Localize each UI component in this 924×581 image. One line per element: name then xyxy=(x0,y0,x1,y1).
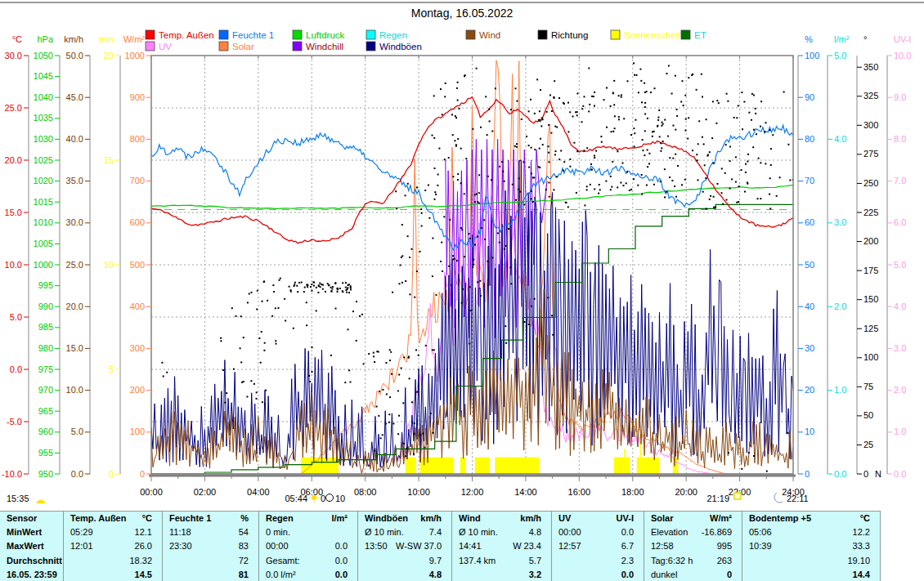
sensor-unit: km/h xyxy=(520,512,551,525)
stats-header-row: Windkm/h xyxy=(452,512,551,525)
direction-dot xyxy=(516,101,518,102)
direction-dot xyxy=(348,292,350,293)
direction-dot xyxy=(736,117,738,118)
stats-data-row: 11:1854 xyxy=(163,525,258,539)
direction-dot xyxy=(671,180,673,181)
direction-dot xyxy=(481,227,482,229)
direction-dot xyxy=(240,347,241,349)
direction-dot xyxy=(727,101,729,102)
direction-dot xyxy=(451,284,452,286)
legend-swatch xyxy=(366,42,375,51)
direction-dot xyxy=(319,283,321,284)
direction-dot xyxy=(285,320,286,322)
x-tick-label: 16:00 xyxy=(568,487,591,497)
stats-cell-value: 0.0 xyxy=(621,568,644,581)
stats-row-label-text: 16.05. 23:59 xyxy=(0,568,57,581)
stats-cell-label: Elevation xyxy=(644,525,688,539)
direction-dot xyxy=(428,217,430,219)
direction-dot xyxy=(402,402,404,404)
sunset-icon xyxy=(734,493,741,499)
direction-dot xyxy=(444,96,446,97)
direction-dot xyxy=(516,143,518,145)
direction-dot xyxy=(504,248,505,250)
stats-cell-label: 12:57 xyxy=(552,539,581,553)
direction-dot xyxy=(337,288,339,289)
axis-tick-label: 990 xyxy=(38,302,53,311)
stats-table: SensorMinWertMaxWertDurchschnitt16.05. 2… xyxy=(0,511,881,581)
direction-dot xyxy=(478,192,480,194)
stats-header-row: Feuchte 1% xyxy=(163,512,258,525)
direction-dot xyxy=(401,257,402,258)
stats-header-row: UVUV-I xyxy=(552,512,644,525)
stats-column-2: Feuchte 1%11:185423:30837281 xyxy=(163,512,259,581)
direction-dot xyxy=(335,308,337,310)
direction-dot xyxy=(391,373,392,375)
direction-dot xyxy=(684,95,686,96)
direction-dot xyxy=(231,307,233,309)
axis-tick-label: 20.0 xyxy=(66,302,83,311)
axis-tick-label: 175 xyxy=(863,266,878,275)
direction-dot xyxy=(738,105,739,107)
direction-dot xyxy=(629,190,630,191)
direction-dot xyxy=(432,238,433,239)
x-tick-label: 08:00 xyxy=(354,487,377,497)
direction-dot xyxy=(469,286,471,288)
direction-dot xyxy=(623,118,625,119)
axis-tick-label: 325 xyxy=(863,91,878,101)
direction-dot xyxy=(548,124,549,126)
direction-dot xyxy=(352,311,354,312)
direction-dot xyxy=(409,378,410,379)
direction-dot xyxy=(528,167,530,168)
stats-data-row: Elevation-16.869 xyxy=(644,525,742,539)
direction-dot xyxy=(332,286,334,288)
direction-dot xyxy=(264,403,266,404)
direction-dot xyxy=(516,146,518,148)
direction-dot xyxy=(526,327,527,328)
direction-dot xyxy=(664,119,666,121)
stats-column-3: Regenl/m²0 min.00:000.0Gesamt:0.00.0 l/m… xyxy=(259,512,358,581)
direction-dot xyxy=(642,150,644,151)
stats-cell-value: 18.32 xyxy=(129,554,162,568)
direction-dot xyxy=(306,302,307,303)
direction-dot xyxy=(455,115,456,117)
direction-dot xyxy=(296,285,298,287)
legend-item-richtung: Richtung xyxy=(538,30,588,40)
axis-tick-label: 2.0 xyxy=(894,385,906,395)
direction-dot xyxy=(685,118,687,120)
direction-dot xyxy=(443,216,445,217)
direction-dot xyxy=(675,154,676,155)
direction-dot xyxy=(710,195,711,197)
direction-dot xyxy=(613,80,615,82)
direction-dot xyxy=(460,182,462,184)
legend-swatch xyxy=(611,30,620,39)
direction-dot xyxy=(641,174,643,176)
direction-dot xyxy=(512,184,514,185)
direction-dot xyxy=(445,83,446,84)
direction-dot xyxy=(424,447,426,449)
direction-dot xyxy=(765,122,767,123)
direction-dot xyxy=(416,391,418,393)
stats-cell-value: 5.7 xyxy=(529,554,551,568)
direction-dot xyxy=(738,185,740,187)
direction-dot xyxy=(509,266,511,268)
sunshine-block xyxy=(420,458,454,474)
direction-dot xyxy=(310,286,312,288)
stats-data-row: 0.0 xyxy=(552,568,644,581)
direction-dot xyxy=(531,190,532,192)
stats-cell-value: -16.869 xyxy=(702,525,742,539)
axis-tick-label: 0.0 xyxy=(10,364,22,374)
direction-dot xyxy=(304,287,306,288)
direction-dot xyxy=(386,393,388,395)
direction-dot xyxy=(478,174,480,176)
stats-data-row: 19.10 xyxy=(742,554,880,568)
direction-dot xyxy=(224,402,226,404)
direction-dot xyxy=(348,328,349,330)
direction-dot xyxy=(687,138,689,140)
direction-dot xyxy=(626,171,628,172)
stats-data-row: dunkel0 xyxy=(644,568,742,581)
stats-cell-value: W-SW 37.0 xyxy=(396,539,451,553)
stats-cell-label: 12:58 xyxy=(644,539,674,553)
direction-dot xyxy=(755,108,756,109)
direction-dot xyxy=(452,176,454,177)
x-tick-label: 20:00 xyxy=(675,487,697,497)
